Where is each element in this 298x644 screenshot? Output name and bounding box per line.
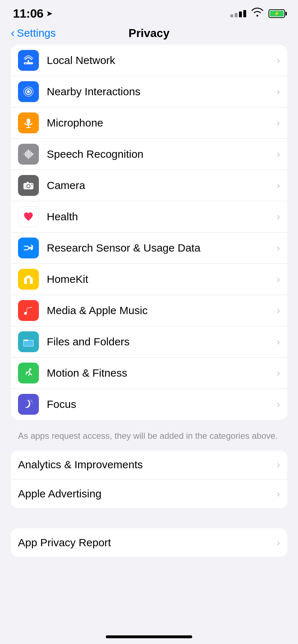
- svg-point-28: [31, 401, 32, 402]
- nearby-interactions-label: Nearby Interactions: [47, 86, 273, 98]
- app-privacy-report-label: App Privacy Report: [18, 537, 273, 549]
- back-button[interactable]: ‹ Settings: [11, 27, 56, 39]
- files-folders-icon: [18, 331, 39, 352]
- analytics-chevron: ›: [277, 459, 280, 470]
- back-chevron-icon: ‹: [11, 27, 15, 38]
- svg-rect-22: [27, 278, 30, 281]
- nearby-interactions-icon: [18, 81, 39, 102]
- svg-point-1: [26, 63, 27, 64]
- camera-label: Camera: [47, 179, 273, 192]
- camera-row[interactable]: Camera ›: [11, 170, 287, 201]
- health-chevron: ›: [277, 211, 280, 222]
- wifi-icon: [251, 8, 263, 19]
- motion-fitness-label: Motion & Fitness: [47, 367, 273, 379]
- files-folders-chevron: ›: [277, 336, 280, 348]
- media-apple-music-label: Media & Apple Music: [47, 304, 273, 317]
- local-network-row[interactable]: Local Network ›: [11, 45, 287, 76]
- local-network-label: Local Network: [47, 54, 273, 66]
- microphone-icon: [18, 112, 39, 133]
- homekit-chevron: ›: [277, 273, 280, 285]
- local-network-icon: [18, 50, 39, 71]
- focus-label: Focus: [47, 398, 273, 410]
- research-sensor-label: Research Sensor & Usage Data: [47, 242, 273, 254]
- media-apple-music-chevron: ›: [277, 305, 280, 316]
- app-privacy-report-chevron: ›: [277, 537, 280, 548]
- svg-point-27: [29, 368, 31, 371]
- focus-chevron: ›: [277, 399, 280, 410]
- main-content: Local Network › Nearby Interactions ›: [0, 45, 298, 606]
- analytics-row[interactable]: Analytics & Improvements ›: [11, 451, 287, 479]
- camera-chevron: ›: [277, 180, 280, 191]
- nav-bar: ‹ Settings Privacy: [0, 24, 298, 45]
- motion-fitness-row[interactable]: Motion & Fitness ›: [11, 358, 287, 389]
- page-title: Privacy: [128, 27, 170, 40]
- footer-note: As apps request access, they will be add…: [11, 426, 287, 451]
- back-label: Settings: [17, 27, 56, 39]
- local-network-chevron: ›: [277, 55, 280, 66]
- svg-rect-20: [27, 182, 29, 183]
- research-sensor-chevron: ›: [277, 242, 280, 254]
- svg-point-21: [32, 184, 33, 185]
- svg-point-30: [30, 399, 31, 400]
- svg-rect-26: [23, 340, 28, 341]
- status-icons: ⚡: [230, 8, 285, 19]
- svg-point-19: [27, 185, 30, 188]
- apple-advertising-chevron: ›: [277, 488, 280, 500]
- focus-row[interactable]: Focus ›: [11, 389, 287, 420]
- research-sensor-icon: [18, 238, 39, 258]
- microphone-label: Microphone: [47, 117, 273, 129]
- media-apple-music-icon: [18, 300, 39, 321]
- homekit-row[interactable]: HomeKit ›: [11, 264, 287, 295]
- health-icon: [18, 206, 39, 227]
- app-privacy-report-row[interactable]: App Privacy Report ›: [11, 528, 287, 557]
- media-apple-music-row[interactable]: Media & Apple Music ›: [11, 295, 287, 326]
- svg-rect-25: [24, 340, 33, 346]
- nearby-interactions-chevron: ›: [277, 86, 280, 97]
- motion-fitness-icon: [18, 363, 39, 383]
- apple-advertising-label: Apple Advertising: [18, 488, 273, 500]
- homekit-icon: [18, 269, 39, 290]
- camera-icon: [18, 175, 39, 196]
- speech-recognition-icon: [18, 144, 39, 165]
- svg-rect-7: [27, 119, 30, 124]
- homekit-label: HomeKit: [47, 273, 273, 285]
- home-indicator: [106, 635, 192, 638]
- signal-icon: [230, 10, 246, 17]
- apple-advertising-row[interactable]: Apple Advertising ›: [11, 479, 287, 508]
- speech-recognition-row[interactable]: Speech Recognition ›: [11, 139, 287, 170]
- research-sensor-row[interactable]: Research Sensor & Usage Data ›: [11, 233, 287, 264]
- status-time: 11:06: [13, 6, 43, 20]
- battery-icon: ⚡: [268, 9, 285, 18]
- privacy-settings-card: Local Network › Nearby Interactions ›: [11, 45, 287, 420]
- nearby-interactions-row[interactable]: Nearby Interactions ›: [11, 76, 287, 107]
- focus-icon: [18, 394, 39, 415]
- app-privacy-report-card: App Privacy Report ›: [11, 528, 287, 557]
- analytics-card: Analytics & Improvements › Apple Adverti…: [11, 451, 287, 508]
- svg-rect-0: [24, 62, 33, 64]
- speech-recognition-label: Speech Recognition: [47, 148, 273, 160]
- microphone-row[interactable]: Microphone ›: [11, 107, 287, 139]
- speech-recognition-chevron: ›: [277, 148, 280, 160]
- motion-fitness-chevron: ›: [277, 367, 280, 379]
- status-bar: 11:06 ➤ ⚡: [0, 0, 298, 24]
- location-icon: ➤: [46, 9, 53, 18]
- svg-point-4: [27, 90, 30, 93]
- files-folders-row[interactable]: Files and Folders ›: [11, 326, 287, 358]
- microphone-chevron: ›: [277, 117, 280, 129]
- svg-point-29: [32, 403, 33, 404]
- health-row[interactable]: Health ›: [11, 201, 287, 233]
- health-label: Health: [47, 211, 273, 223]
- files-folders-label: Files and Folders: [47, 336, 273, 348]
- analytics-label: Analytics & Improvements: [18, 459, 273, 471]
